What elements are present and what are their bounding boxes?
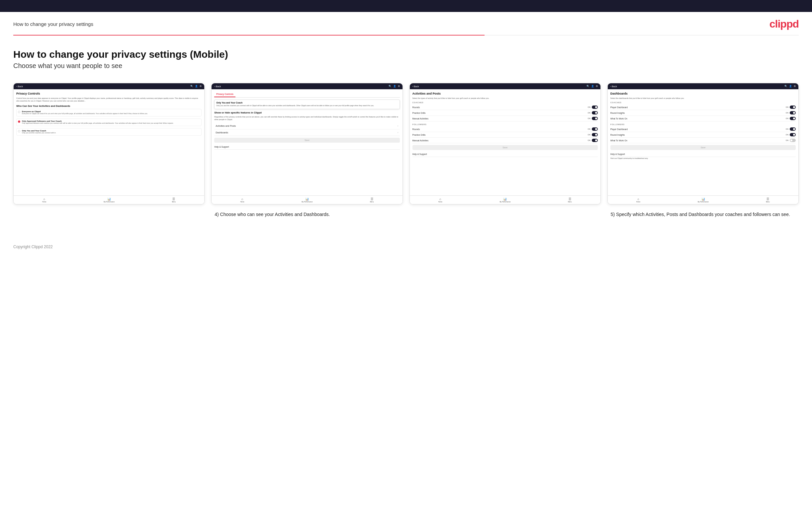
settings-icon[interactable]: ⚙ — [200, 85, 202, 88]
screen4-nav: ‹ Back 🔍 👤 ⚙ — [608, 83, 798, 89]
caption-2: 4) Choose who can see your Activities an… — [211, 211, 403, 218]
screen1-nav-icons: 🔍 👤 ⚙ — [190, 85, 202, 88]
screen-1: ‹ Back 🔍 👤 ⚙ Privacy Controls Control ho… — [13, 83, 205, 205]
toggle-followers-rounds[interactable]: Rounds ON — [412, 126, 598, 132]
screen2-save-btn[interactable]: Save — [214, 138, 400, 143]
toggle4-coaches-round-insights-switch[interactable] — [790, 111, 796, 114]
toggle-followers-drills[interactable]: Practice Drills ON — [412, 132, 598, 138]
followers-group-label: FOLLOWERS — [412, 123, 598, 125]
toggle4-followers-what-to-work[interactable]: What To Work On ON — [610, 138, 796, 143]
toggle-coaches-manual[interactable]: Manual Activities ON — [412, 116, 598, 121]
toggle4-followers-round-insights[interactable]: Round Insights ON — [610, 132, 796, 138]
toggle4-coaches-player[interactable]: Player Dashboard ON — [610, 105, 796, 110]
toggle4-followers-player[interactable]: Player Dashboard ON — [610, 126, 796, 132]
nav4-home[interactable]: ⌂ Home — [636, 198, 640, 203]
toggle-followers-manual[interactable]: Manual Activities ON — [412, 138, 598, 143]
screen1-subheading: Who Can See Your Activities and Dashboar… — [16, 105, 202, 108]
nav3-menu[interactable]: ☰ Menu — [568, 198, 571, 203]
toggle4-followers-round-insights-switch[interactable] — [790, 133, 796, 136]
person-icon[interactable]: 👤 — [195, 85, 198, 88]
nav3-performance[interactable]: 📊 My Performance — [500, 198, 510, 203]
search-icon[interactable]: 🔍 — [190, 85, 193, 88]
header: How to change your privacy settings clip… — [0, 12, 812, 35]
toggle-coaches-drills[interactable]: Practice Drills ON — [412, 110, 598, 116]
settings-icon4[interactable]: ⚙ — [794, 85, 796, 88]
dashboards-item[interactable]: Dashboards › — [214, 129, 400, 136]
radio-everyone[interactable]: Everyone on Clippd Everyone on Clippd ca… — [16, 109, 202, 116]
screen4-nav-icons: 🔍 👤 ⚙ — [784, 85, 796, 88]
caption-1 — [13, 211, 205, 218]
screen3-save-btn[interactable]: Save — [412, 145, 598, 150]
screen2-tooltip: Only You and Your Coach Only you and the… — [214, 100, 400, 109]
screen3-help[interactable]: Help & Support — [412, 152, 598, 157]
radio-everyone-text: Everyone on Clippd Everyone on Clippd ca… — [22, 111, 148, 115]
person-icon4[interactable]: 👤 — [789, 85, 792, 88]
toggle-coaches-manual-switch[interactable] — [592, 117, 598, 120]
nav4-menu[interactable]: ☰ Menu — [766, 198, 769, 203]
toggle-coaches-rounds-switch[interactable] — [592, 106, 598, 109]
screen3-title: Activities and Posts — [412, 92, 598, 95]
toggle4-coaches-what-to-work[interactable]: What To Work On ON — [610, 116, 796, 121]
toggle-coaches-drills-switch[interactable] — [592, 111, 598, 114]
radio-followers-coach[interactable]: Only Approved Followers and Your Coach O… — [16, 118, 202, 126]
nav-menu[interactable]: ☰ Menu — [172, 198, 176, 203]
toggle4-followers-what-to-work-control: ON — [786, 139, 796, 142]
toggle-followers-manual-switch[interactable] — [592, 139, 598, 142]
toggle4-followers-round-insights-control: ON — [786, 133, 796, 136]
chart-icon3: 📊 — [503, 198, 507, 201]
nav4-performance[interactable]: 📊 My Performance — [698, 198, 709, 203]
screen4-bottom-nav: ⌂ Home 📊 My Performance ☰ Menu — [608, 195, 798, 204]
toggle4-coaches-what-to-work-switch[interactable] — [790, 117, 796, 120]
toggle-coaches-drills-control: ON — [588, 111, 598, 114]
toggle-coaches-manual-control: ON — [588, 117, 598, 120]
screen1-nav: ‹ Back 🔍 👤 ⚙ — [14, 83, 204, 89]
search-icon2[interactable]: 🔍 — [389, 85, 392, 88]
chart-icon2: 📊 — [305, 198, 309, 201]
settings-icon2[interactable]: ⚙ — [398, 85, 400, 88]
page-subheading: Choose what you want people to see — [13, 62, 799, 70]
toggle4-coaches-player-control: ON — [786, 106, 796, 109]
toggle4-followers-player-switch[interactable] — [790, 127, 796, 131]
breadcrumb: How to change your privacy settings — [13, 21, 93, 27]
search-icon4[interactable]: 🔍 — [784, 85, 788, 88]
chevron-left-icon2: ‹ — [214, 85, 215, 88]
caption-3 — [409, 211, 601, 218]
nav-home[interactable]: ⌂ Home — [42, 198, 46, 203]
screen2-help[interactable]: Help & Support — [214, 144, 400, 150]
toggle4-coaches-player-switch[interactable] — [790, 106, 796, 109]
nav2-menu[interactable]: ☰ Menu — [370, 198, 373, 203]
screen4-back[interactable]: ‹ Back — [610, 85, 617, 88]
screen4-help-support[interactable]: Help & Support — [610, 152, 796, 157]
toggle4-coaches-round-insights[interactable]: Round Insights ON — [610, 110, 796, 116]
screen1-back[interactable]: ‹ Back — [16, 85, 23, 88]
chart-icon4: 📊 — [701, 198, 705, 201]
radio-only-you[interactable]: Only You and Your Coach Only you and the… — [16, 128, 202, 136]
screen2-back[interactable]: ‹ Back — [214, 85, 221, 88]
tab-privacy-controls[interactable]: Privacy Controls — [214, 92, 236, 97]
nav3-home[interactable]: ⌂ Home — [439, 198, 442, 203]
logo: clippd — [769, 18, 799, 30]
toggle4-followers-what-to-work-switch[interactable] — [790, 139, 796, 142]
person-icon3[interactable]: 👤 — [591, 85, 594, 88]
toggle-followers-manual-control: ON — [588, 139, 598, 142]
nav-performance[interactable]: 📊 My Performance — [104, 198, 114, 203]
toggle-followers-rounds-switch[interactable] — [592, 127, 598, 131]
screen1-title: Privacy Controls — [16, 92, 202, 95]
search-icon3[interactable]: 🔍 — [587, 85, 590, 88]
screen4-save-btn[interactable]: Save — [610, 145, 796, 150]
screen2-nav-icons: 🔍 👤 ⚙ — [389, 85, 400, 88]
chart-icon: 📊 — [107, 198, 111, 201]
arrow-right-icon: › — [398, 124, 399, 127]
screen3-back[interactable]: ‹ Back — [412, 85, 419, 88]
screen4-title: Dashboards — [610, 92, 796, 95]
settings-icon3[interactable]: ⚙ — [596, 85, 598, 88]
nav2-home[interactable]: ⌂ Home — [241, 198, 244, 203]
radio-circle-everyone — [18, 111, 20, 113]
toggle-coaches-rounds[interactable]: Rounds ON — [412, 105, 598, 110]
activities-posts-item[interactable]: Activities and Posts › — [214, 123, 400, 129]
nav2-performance[interactable]: 📊 My Performance — [302, 198, 312, 203]
radio-followers-coach-text: Only Approved Followers and Your Coach O… — [22, 120, 173, 124]
person-icon2[interactable]: 👤 — [393, 85, 396, 88]
screen4-help-text: Visit our Clippd community to troublesho… — [610, 157, 796, 160]
toggle-followers-drills-switch[interactable] — [592, 133, 598, 136]
